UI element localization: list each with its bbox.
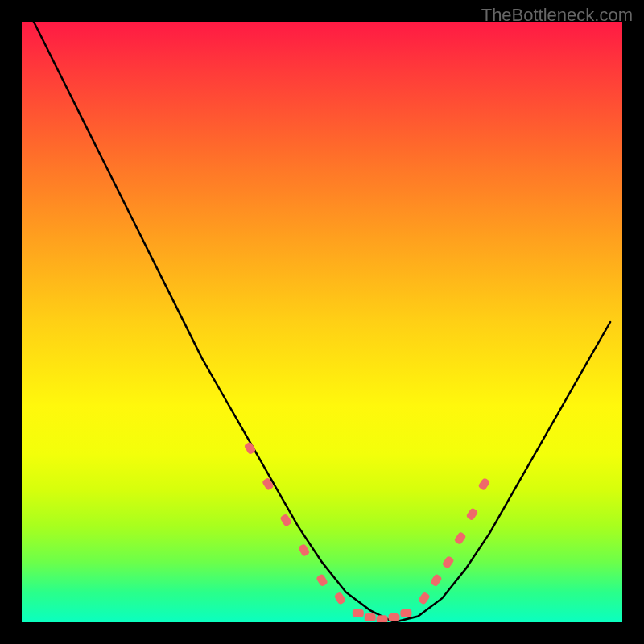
watermark-text: TheBottleneck.com [481,5,633,26]
chart-frame [22,22,622,622]
marker [442,555,455,569]
marker [316,573,328,587]
marker [465,507,478,521]
marker [244,441,257,455]
marker [400,609,411,617]
marker [430,573,443,587]
marker [389,613,400,621]
marker [365,613,376,621]
marker [353,609,364,617]
marker [298,543,311,557]
marker [333,592,346,605]
marker [377,615,388,622]
bottleneck-curve [34,22,610,622]
curve-path [34,22,610,622]
highlight-markers [244,441,491,622]
marker [262,477,275,491]
marker [279,514,292,527]
marker [418,592,431,605]
marker [477,477,490,491]
marker [453,531,466,545]
chart-svg [22,22,622,622]
